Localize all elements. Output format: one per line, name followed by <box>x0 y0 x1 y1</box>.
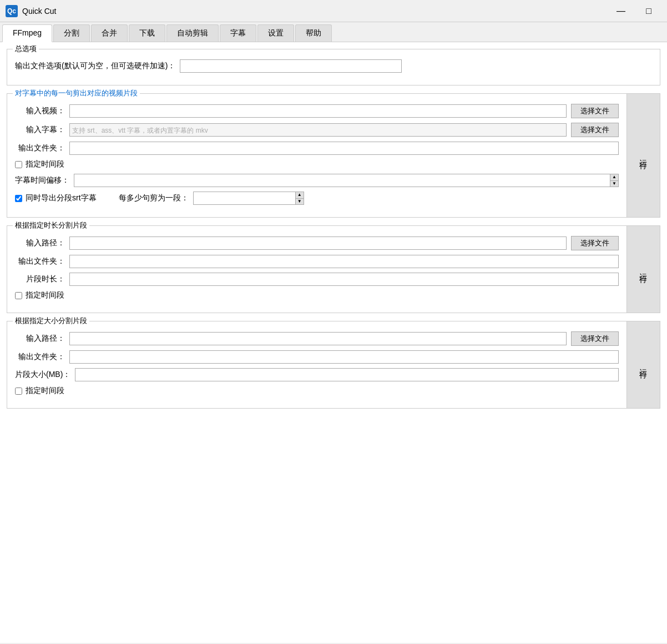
size-section: 根据指定大小分割片段 输入路径： 选择文件 输出文件夹： 片段大小(MB)： 指… <box>7 321 660 409</box>
size-input-path-label: 输入路径： <box>15 334 65 344</box>
size-input-path-row: 输入路径： 选择文件 <box>15 331 619 346</box>
tab-merge[interactable]: 合并 <box>91 24 128 42</box>
duration-label: 片段时长： <box>15 274 65 284</box>
tab-subtitle[interactable]: 字幕 <box>220 24 256 42</box>
duration-output-folder-input[interactable] <box>69 255 619 268</box>
size-output-folder-input[interactable] <box>69 350 619 364</box>
segment-down-button[interactable]: ▼ <box>296 198 304 205</box>
subtitle-run-label: 运行 <box>639 153 649 158</box>
input-video-row: 输入视频： 选择文件 <box>15 104 619 118</box>
tab-ffmpeg[interactable]: FFmpeg <box>2 24 52 42</box>
title-bar-left: Qc Quick Cut <box>6 5 56 17</box>
input-video-input[interactable] <box>69 104 567 118</box>
main-content: 总选项 输出文件选项(默认可为空，但可选硬件加速)： 对字幕中的每一句剪出对应的… <box>0 42 667 643</box>
duration-row: 片段时长： <box>15 273 619 286</box>
tab-auto-edit[interactable]: 自动剪辑 <box>166 24 219 42</box>
subtitle-offset-down-button[interactable]: ▼ <box>610 180 618 187</box>
segment-up-button[interactable]: ▲ <box>296 192 304 198</box>
duration-section-inner: 根据指定时长分割片段 输入路径： 选择文件 输出文件夹： 片段时长： 指定时间段 <box>7 226 626 313</box>
size-mb-row: 片段大小(MB)： <box>15 368 619 381</box>
subtitle-section: 对字幕中的每一句剪出对应的视频片段 输入视频： 选择文件 输入字幕： 选择文件 … <box>7 93 660 218</box>
duration-section: 根据指定时长分割片段 输入路径： 选择文件 输出文件夹： 片段时长： 指定时间段 <box>7 225 660 313</box>
duration-input-path-input[interactable] <box>69 237 567 250</box>
subtitle-specify-time-label: 指定时间段 <box>26 159 64 169</box>
duration-run-label: 运行 <box>639 267 649 271</box>
tab-settings[interactable]: 设置 <box>257 24 294 42</box>
export-srt-label: 同时导出分段srt字幕 <box>26 193 97 203</box>
duration-input-path-label: 输入路径： <box>15 238 65 248</box>
app-title: Quick Cut <box>22 7 56 16</box>
input-video-select-button[interactable]: 选择文件 <box>571 104 619 118</box>
subtitle-output-folder-label: 输出文件夹： <box>15 143 65 153</box>
subtitle-offset-spinbox: 0.00 ▲ ▼ <box>74 174 619 187</box>
tab-bar: FFmpeg 分割 合并 下载 自动剪辑 字幕 设置 帮助 <box>0 22 667 42</box>
subtitle-offset-label: 字幕时间偏移： <box>15 175 69 185</box>
export-srt-row: 同时导出分段srt字幕 每多少句剪为一段： 1 ▲ ▼ <box>15 192 619 205</box>
subtitle-output-folder-input[interactable] <box>69 142 619 155</box>
duration-output-folder-label: 输出文件夹： <box>15 256 65 266</box>
input-subtitle-select-button[interactable]: 选择文件 <box>571 123 619 137</box>
size-output-folder-label: 输出文件夹： <box>15 352 65 362</box>
segment-label: 每多少句剪为一段： <box>119 193 189 203</box>
segment-input[interactable]: 1 <box>193 192 295 205</box>
output-options-label: 输出文件选项(默认可为空，但可选硬件加速)： <box>15 61 175 71</box>
duration-output-folder-row: 输出文件夹： <box>15 255 619 268</box>
size-mb-input[interactable] <box>75 368 619 381</box>
duration-specify-time-row: 指定时间段 <box>15 290 619 300</box>
output-options-input[interactable] <box>180 59 402 73</box>
size-select-button[interactable]: 选择文件 <box>571 331 619 346</box>
total-options-section: 总选项 输出文件选项(默认可为空，但可选硬件加速)： <box>7 49 660 85</box>
subtitle-offset-input[interactable]: 0.00 <box>74 174 610 187</box>
title-bar: Qc Quick Cut — □ <box>0 0 667 22</box>
tab-split[interactable]: 分割 <box>53 24 90 42</box>
size-specify-time-checkbox[interactable] <box>15 388 22 395</box>
duration-select-button[interactable]: 选择文件 <box>571 236 619 250</box>
size-run-label: 运行 <box>639 363 649 367</box>
input-subtitle-label: 输入字幕： <box>15 125 65 135</box>
output-options-row: 输出文件选项(默认可为空，但可选硬件加速)： <box>15 59 652 73</box>
size-specify-time-label: 指定时间段 <box>26 386 64 396</box>
duration-run-button[interactable]: 运行 <box>626 226 660 313</box>
export-srt-checkbox[interactable] <box>15 195 22 202</box>
tab-help[interactable]: 帮助 <box>295 24 332 42</box>
segment-spinbox-buttons: ▲ ▼ <box>295 192 304 205</box>
size-section-title: 根据指定大小分割片段 <box>13 316 89 326</box>
tab-download[interactable]: 下载 <box>129 24 165 42</box>
duration-specify-time-checkbox[interactable] <box>15 292 22 299</box>
subtitle-offset-spinbox-buttons: ▲ ▼ <box>610 174 619 187</box>
subtitle-specify-time-checkbox[interactable] <box>15 161 22 168</box>
minimize-button[interactable]: — <box>608 3 634 19</box>
subtitle-section-title: 对字幕中的每一句剪出对应的视频片段 <box>13 88 140 98</box>
app-icon: Qc <box>6 5 18 17</box>
subtitle-output-folder-row: 输出文件夹： <box>15 142 619 155</box>
size-run-button[interactable]: 运行 <box>626 321 660 408</box>
maximize-button[interactable]: □ <box>636 3 661 19</box>
input-subtitle-row: 输入字幕： 选择文件 <box>15 123 619 137</box>
size-mb-label: 片段大小(MB)： <box>15 370 70 380</box>
size-specify-time-row: 指定时间段 <box>15 386 619 396</box>
size-section-inner: 根据指定大小分割片段 输入路径： 选择文件 输出文件夹： 片段大小(MB)： 指… <box>7 321 626 408</box>
subtitle-specify-time-row: 指定时间段 <box>15 159 619 169</box>
size-input-path-input[interactable] <box>69 332 567 345</box>
title-controls: — □ <box>608 3 661 19</box>
subtitle-section-inner: 对字幕中的每一句剪出对应的视频片段 输入视频： 选择文件 输入字幕： 选择文件 … <box>7 94 626 217</box>
segment-spinbox: 1 ▲ ▼ <box>193 192 304 205</box>
subtitle-offset-row: 字幕时间偏移： 0.00 ▲ ▼ <box>15 174 619 187</box>
input-video-label: 输入视频： <box>15 106 65 116</box>
duration-section-title: 根据指定时长分割片段 <box>13 220 89 230</box>
total-options-title: 总选项 <box>13 44 39 54</box>
duration-input-path-row: 输入路径： 选择文件 <box>15 236 619 250</box>
subtitle-run-button[interactable]: 运行 <box>626 94 660 217</box>
size-output-folder-row: 输出文件夹： <box>15 350 619 364</box>
input-subtitle-input[interactable] <box>69 123 567 137</box>
duration-specify-time-label: 指定时间段 <box>26 290 64 300</box>
duration-input[interactable] <box>69 273 619 286</box>
subtitle-offset-up-button[interactable]: ▲ <box>610 174 618 180</box>
